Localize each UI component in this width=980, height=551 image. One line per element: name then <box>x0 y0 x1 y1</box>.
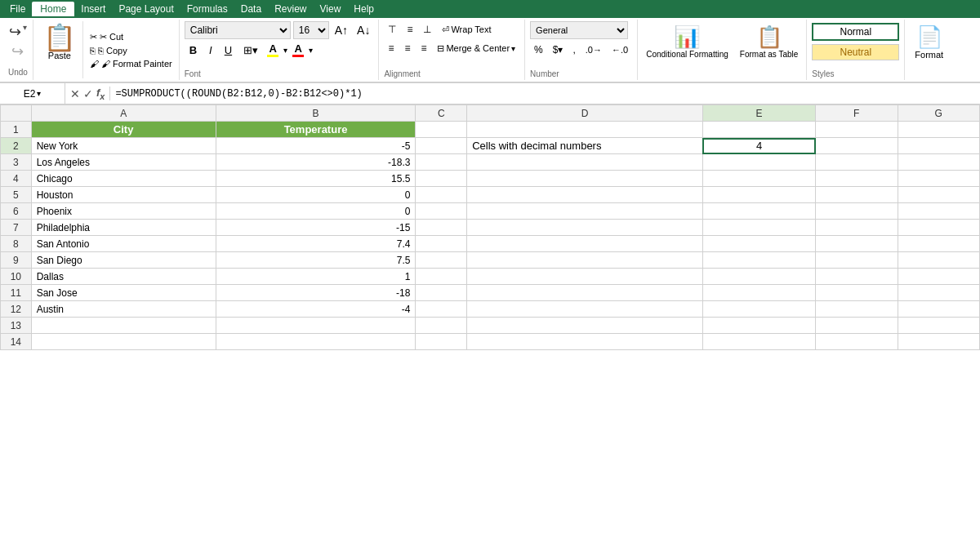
cell-D[interactable]: Cells with decimal numbers <box>467 138 703 154</box>
copy-button[interactable]: ⎘ ⎘ Copy <box>87 45 176 56</box>
cancel-formula-icon[interactable]: ✕ <box>70 87 80 100</box>
cell-F[interactable] <box>816 203 898 220</box>
normal-style[interactable]: Normal <box>812 23 899 41</box>
cell-E[interactable] <box>702 171 815 187</box>
font-color-dropdown[interactable]: ▾ <box>309 46 313 55</box>
cell-B[interactable]: -18.3 <box>216 154 416 171</box>
cell-B[interactable]: -15 <box>216 220 416 236</box>
col-header-F[interactable]: F <box>816 105 898 122</box>
row-number[interactable]: 14 <box>1 334 32 350</box>
cell-C[interactable] <box>416 122 467 138</box>
cell-A[interactable]: New York <box>31 138 216 154</box>
cell-F[interactable] <box>816 187 898 203</box>
cell-D[interactable] <box>467 236 703 252</box>
cell-A[interactable]: Chicago <box>31 171 216 187</box>
row-number[interactable]: 10 <box>1 269 32 285</box>
cut-button[interactable]: ✂ ✂ Cut <box>87 31 176 43</box>
cell-G[interactable] <box>898 285 980 301</box>
menu-help[interactable]: Help <box>347 2 381 16</box>
cell-D[interactable] <box>467 171 703 187</box>
cell-F[interactable] <box>816 154 898 171</box>
cell-B[interactable] <box>216 334 416 350</box>
cell-F[interactable] <box>816 171 898 187</box>
cell-D[interactable] <box>467 252 703 269</box>
align-top-button[interactable]: ⊤ <box>384 21 400 38</box>
cell-D[interactable] <box>467 187 703 203</box>
cell-D[interactable] <box>467 318 703 334</box>
cell-G[interactable] <box>898 301 980 318</box>
cell-C[interactable] <box>416 301 467 318</box>
cell-G[interactable] <box>898 203 980 220</box>
cell-C[interactable] <box>416 334 467 350</box>
cell-E[interactable] <box>702 236 815 252</box>
cell-D[interactable] <box>467 285 703 301</box>
border-button[interactable]: ⊞▾ <box>239 42 262 58</box>
increase-font-button[interactable]: A↑ <box>332 22 351 38</box>
col-header-B[interactable]: B <box>216 105 416 122</box>
cell-C[interactable] <box>416 318 467 334</box>
cell-A[interactable]: San Jose <box>31 285 216 301</box>
decrease-font-button[interactable]: A↓ <box>354 22 373 38</box>
cell-C[interactable] <box>416 252 467 269</box>
col-header-D[interactable]: D <box>467 105 703 122</box>
cell-D[interactable] <box>467 269 703 285</box>
cell-C[interactable] <box>416 171 467 187</box>
undo-dropdown[interactable]: ▾ <box>23 23 27 41</box>
underline-button[interactable]: U <box>220 42 237 58</box>
cell-B[interactable]: 7.4 <box>216 236 416 252</box>
cell-G[interactable] <box>898 171 980 187</box>
cell-A[interactable]: San Antonio <box>31 236 216 252</box>
cell-E[interactable]: 4 <box>702 138 815 154</box>
cell-G[interactable] <box>898 318 980 334</box>
menu-page-layout[interactable]: Page Layout <box>112 2 180 16</box>
format-as-table-button[interactable]: 📋 Format as Table <box>735 21 804 62</box>
cell-E[interactable] <box>702 285 815 301</box>
cell-D[interactable] <box>467 220 703 236</box>
cell-F[interactable] <box>816 269 898 285</box>
decrease-decimal-button[interactable]: ←.0 <box>608 42 632 57</box>
font-size-select[interactable]: 16 <box>293 21 329 39</box>
cell-A[interactable]: City <box>31 122 216 138</box>
cell-E[interactable] <box>702 269 815 285</box>
cell-B[interactable]: Temperature <box>216 122 416 138</box>
cell-A[interactable]: Los Angeles <box>31 154 216 171</box>
bold-button[interactable]: B <box>185 42 202 58</box>
row-number[interactable]: 5 <box>1 187 32 203</box>
font-family-select[interactable]: Calibri <box>185 21 291 39</box>
menu-insert[interactable]: Insert <box>74 2 112 16</box>
fill-color-dropdown[interactable]: ▾ <box>283 46 287 55</box>
cell-F[interactable] <box>816 122 898 138</box>
align-middle-button[interactable]: ≡ <box>403 21 416 38</box>
cell-D[interactable] <box>467 301 703 318</box>
cell-E[interactable] <box>702 154 815 171</box>
col-header-A[interactable]: A <box>31 105 216 122</box>
percent-button[interactable]: % <box>530 42 547 58</box>
row-number[interactable]: 6 <box>1 203 32 220</box>
cell-A[interactable]: Dallas <box>31 269 216 285</box>
row-number[interactable]: 1 <box>1 122 32 138</box>
increase-decimal-button[interactable]: .0→ <box>581 42 606 57</box>
row-number[interactable]: 11 <box>1 285 32 301</box>
cell-E[interactable] <box>702 220 815 236</box>
comma-button[interactable]: $▾ <box>549 42 568 58</box>
cell-E[interactable] <box>702 252 815 269</box>
cell-B[interactable]: 0 <box>216 187 416 203</box>
row-number[interactable]: 8 <box>1 236 32 252</box>
thousands-button[interactable]: , <box>568 42 579 58</box>
cell-G[interactable] <box>898 187 980 203</box>
row-number[interactable]: 9 <box>1 252 32 269</box>
cell-C[interactable] <box>416 285 467 301</box>
row-number[interactable]: 7 <box>1 220 32 236</box>
cell-F[interactable] <box>816 301 898 318</box>
italic-button[interactable]: I <box>204 42 217 58</box>
confirm-formula-icon[interactable]: ✓ <box>83 87 93 100</box>
conditional-formatting-button[interactable]: 📊 Conditional Formatting <box>641 21 733 62</box>
cell-B[interactable] <box>216 318 416 334</box>
cell-C[interactable] <box>416 203 467 220</box>
cell-D[interactable] <box>467 154 703 171</box>
cell-E[interactable] <box>702 318 815 334</box>
undo-button[interactable]: ↩ <box>9 23 21 41</box>
cell-F[interactable] <box>816 252 898 269</box>
cell-A[interactable]: Phoenix <box>31 203 216 220</box>
cell-D[interactable] <box>467 122 703 138</box>
